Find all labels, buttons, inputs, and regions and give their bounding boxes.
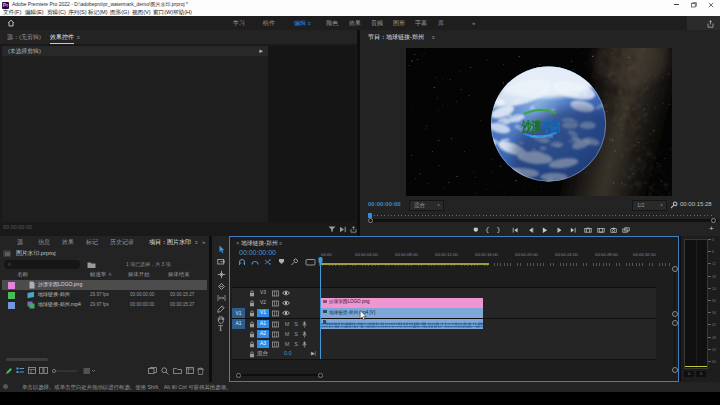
svg-text:沙漠: 沙漠 [521,119,541,134]
svg-text:SHAMO XUEYUAN: SHAMO XUEYUAN [530,135,553,139]
svg-text:学园: 学园 [542,119,560,134]
